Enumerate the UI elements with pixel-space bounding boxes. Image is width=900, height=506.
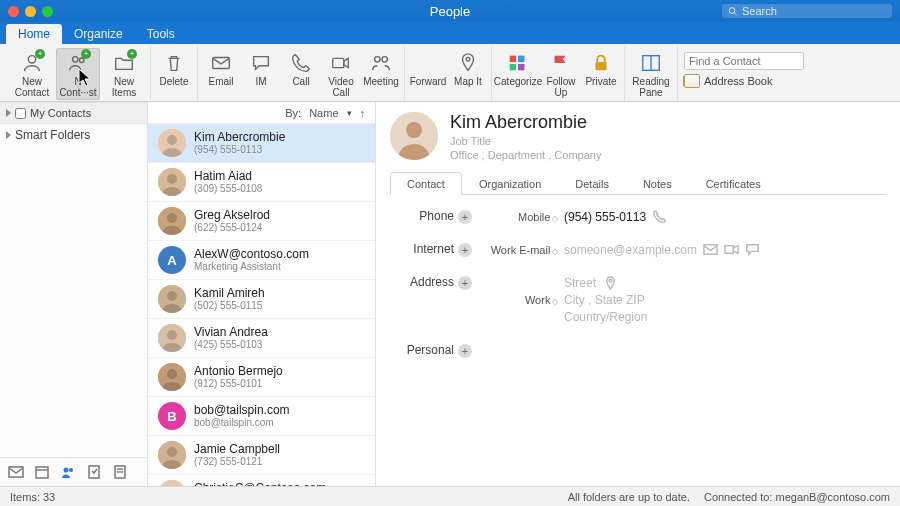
- add-phone-button[interactable]: +: [458, 210, 472, 224]
- svg-point-32: [167, 135, 177, 145]
- people-nav-icon[interactable]: [60, 464, 76, 480]
- tab-certificates[interactable]: Certificates: [689, 172, 778, 195]
- phone-type-dropdown[interactable]: Mobile: [480, 211, 558, 223]
- detail-tabs: Contact Organization Details Notes Certi…: [390, 171, 886, 195]
- phone-icon: [287, 50, 315, 76]
- address-book-button[interactable]: Address Book: [684, 74, 804, 88]
- delete-button[interactable]: Delete: [155, 48, 193, 90]
- email-action-icon[interactable]: [703, 242, 718, 257]
- svg-point-42: [167, 369, 177, 379]
- contact-list-item[interactable]: Bbob@tailspin.combob@tailspin.com: [148, 397, 375, 436]
- sidebar-smart-folders[interactable]: Smart Folders: [0, 124, 147, 146]
- avatar: A: [158, 246, 186, 274]
- call-button[interactable]: Call: [282, 48, 320, 90]
- add-address-button[interactable]: +: [458, 276, 472, 290]
- svg-point-50: [406, 122, 422, 138]
- traffic-lights: [8, 6, 53, 17]
- reading-pane-button[interactable]: Reading Pane: [629, 48, 673, 100]
- tab-organization[interactable]: Organization: [462, 172, 558, 195]
- contact-list-item[interactable]: Vivian Andrea(425) 555-0103: [148, 319, 375, 358]
- contact-office-dept-company[interactable]: Office , Department , Company: [450, 149, 601, 161]
- svg-rect-51: [704, 245, 717, 254]
- new-contact-button[interactable]: + New Contact: [10, 48, 54, 100]
- call-action-icon[interactable]: [652, 209, 667, 224]
- categorize-button[interactable]: Categorize: [496, 48, 540, 90]
- sidebar-my-contacts[interactable]: My Contacts: [0, 102, 147, 124]
- contact-list-item[interactable]: Kim Abercrombie(954) 555-0113: [148, 124, 375, 163]
- im-button[interactable]: IM: [242, 48, 280, 90]
- meeting-icon: [367, 50, 395, 76]
- contact-list-item[interactable]: AAlexW@contoso.comMarketing Assistant: [148, 241, 375, 280]
- tab-contact[interactable]: Contact: [390, 172, 462, 195]
- minimize-window-button[interactable]: [25, 6, 36, 17]
- contact-name: Hatim Aiad: [194, 170, 262, 183]
- email-type-dropdown[interactable]: Work E-mail: [480, 244, 558, 256]
- work-email-input[interactable]: someone@example.com: [564, 243, 697, 257]
- map-pin-icon: [454, 50, 482, 76]
- contact-list-item[interactable]: Kamil Amireh(502) 555-0115: [148, 280, 375, 319]
- mail-nav-icon[interactable]: [8, 464, 24, 480]
- avatar: [158, 129, 186, 157]
- svg-line-6: [734, 12, 737, 15]
- new-contact-list-button[interactable]: + NCont···st: [56, 48, 100, 100]
- sort-direction-icon[interactable]: ↑: [360, 107, 366, 119]
- contact-list-item[interactable]: Antonio Bermejo(912) 555-0101: [148, 358, 375, 397]
- svg-rect-52: [725, 246, 733, 254]
- contact-name: AlexW@contoso.com: [194, 248, 309, 261]
- address-block[interactable]: Street City , State ZIP Country/Region: [564, 275, 647, 325]
- im-action-icon[interactable]: [745, 242, 760, 257]
- contact-list-item[interactable]: Hatim Aiad(309) 555-0108: [148, 163, 375, 202]
- chevron-down-icon: ▾: [347, 108, 352, 118]
- item-count: Items: 33: [10, 491, 55, 503]
- my-contacts-checkbox[interactable]: [15, 108, 26, 119]
- map-pin-icon[interactable]: [603, 276, 618, 291]
- contact-name: Greg Akselrod: [194, 209, 270, 222]
- tab-home[interactable]: Home: [6, 24, 62, 44]
- contact-list-item[interactable]: Jamie Campbell(732) 555-0121: [148, 436, 375, 475]
- private-button[interactable]: Private: [582, 48, 620, 90]
- email-button[interactable]: Email: [202, 48, 240, 90]
- tab-details[interactable]: Details: [558, 172, 626, 195]
- svg-point-8: [73, 57, 79, 63]
- sort-bar[interactable]: By: Name ▾ ↑: [148, 102, 375, 124]
- map-it-button[interactable]: Map It: [449, 48, 487, 90]
- chat-icon: [247, 50, 275, 76]
- contact-list-item[interactable]: Greg Akselrod(622) 555-0124: [148, 202, 375, 241]
- search-icon: [728, 6, 738, 17]
- contact-sub: (425) 555-0103: [194, 339, 268, 350]
- forward-button[interactable]: Forward: [409, 48, 447, 90]
- contact-name: Antonio Bermejo: [194, 365, 283, 378]
- svg-point-14: [466, 58, 470, 62]
- address-type-dropdown[interactable]: Work: [480, 294, 558, 306]
- disclosure-triangle-icon: [6, 109, 11, 117]
- tasks-nav-icon[interactable]: [86, 464, 102, 480]
- tab-tools[interactable]: Tools: [135, 24, 187, 44]
- contact-name: Vivian Andrea: [194, 326, 268, 339]
- find-contact-input[interactable]: [684, 52, 804, 70]
- video-call-button[interactable]: Video Call: [322, 48, 360, 100]
- contact-list-item[interactable]: ChristieC@Contoso.comChristieC@contoso.c…: [148, 475, 375, 486]
- svg-point-44: [167, 447, 177, 457]
- tab-notes[interactable]: Notes: [626, 172, 689, 195]
- svg-rect-22: [9, 467, 23, 477]
- search-input[interactable]: [742, 5, 886, 17]
- video-action-icon[interactable]: [724, 242, 739, 257]
- contact-avatar: [390, 112, 438, 160]
- zoom-window-button[interactable]: [42, 6, 53, 17]
- mobile-phone-value[interactable]: (954) 555-0113: [564, 210, 646, 224]
- add-personal-button[interactable]: +: [458, 344, 472, 358]
- tab-organize[interactable]: Organize: [62, 24, 135, 44]
- follow-up-button[interactable]: Follow Up: [542, 48, 580, 100]
- add-internet-button[interactable]: +: [458, 243, 472, 257]
- folder-plus-icon: +: [110, 50, 138, 76]
- ribbon-tabs: Home Organize Tools: [0, 22, 900, 44]
- categorize-icon: [504, 50, 532, 76]
- app-title: People: [430, 4, 470, 19]
- close-window-button[interactable]: [8, 6, 19, 17]
- meeting-button[interactable]: Meeting: [362, 48, 400, 90]
- contact-job-title[interactable]: Job Title: [450, 135, 601, 147]
- calendar-nav-icon[interactable]: [34, 464, 50, 480]
- notes-nav-icon[interactable]: [112, 464, 128, 480]
- new-items-button[interactable]: + New Items: [102, 48, 146, 100]
- global-search[interactable]: [722, 4, 892, 18]
